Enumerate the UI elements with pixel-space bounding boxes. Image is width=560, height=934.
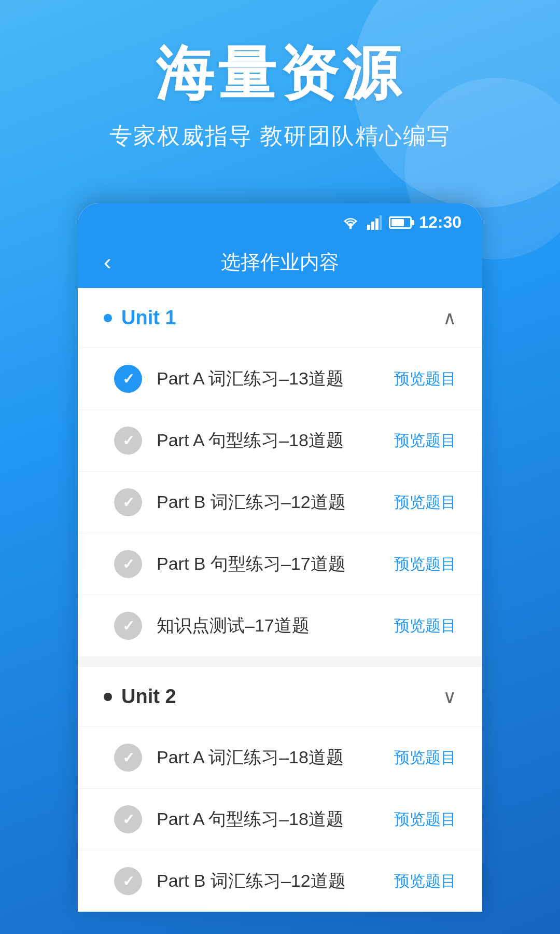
svg-point-0	[349, 226, 352, 229]
phone-mockup: 12:30 ‹ 选择作业内容 Unit 1 ∧ ✓ Part A 词	[78, 203, 482, 912]
content-area: Unit 1 ∧ ✓ Part A 词汇练习–13道题 预览题目 ✓ Part …	[78, 288, 482, 912]
back-button[interactable]: ‹	[104, 251, 111, 273]
hero-subtitle: 专家权威指导 教研团队精心编写	[31, 121, 529, 152]
check-icon-checked[interactable]: ✓	[114, 365, 142, 393]
nav-bar: ‹ 选择作业内容	[78, 238, 482, 288]
list-item: ✓ Part B 词汇练习–12道题 预览题目	[78, 850, 482, 912]
svg-rect-4	[380, 215, 382, 230]
preview-button[interactable]: 预览题目	[394, 747, 456, 768]
exercise-name: 知识点测试–17道题	[157, 614, 380, 638]
check-icon-unchecked[interactable]: ✓	[114, 612, 142, 640]
preview-button[interactable]: 预览题目	[394, 615, 456, 637]
list-item: ✓ Part B 词汇练习–12道题 预览题目	[78, 472, 482, 533]
exercise-name: Part A 句型练习–18道题	[157, 429, 380, 452]
nav-title: 选择作业内容	[221, 249, 339, 276]
unit-1-label: Unit 1	[104, 307, 176, 329]
unit-1-header[interactable]: Unit 1 ∧	[78, 288, 482, 348]
hero-section: 海量资源 专家权威指导 教研团队精心编写	[0, 0, 560, 183]
exercise-name: Part A 词汇练习–18道题	[157, 746, 380, 770]
exercise-name: Part B 词汇练习–12道题	[157, 490, 380, 514]
preview-button[interactable]: 预览题目	[394, 368, 456, 390]
preview-button[interactable]: 预览题目	[394, 809, 456, 830]
check-icon-unchecked[interactable]: ✓	[114, 427, 142, 455]
check-icon-unchecked[interactable]: ✓	[114, 744, 142, 772]
unit-2-section: Unit 2 ∨ ✓ Part A 词汇练习–18道题 预览题目 ✓ Part …	[78, 667, 482, 912]
svg-rect-1	[367, 225, 370, 230]
svg-rect-2	[371, 222, 374, 230]
status-bar: 12:30	[78, 203, 482, 238]
battery-icon	[389, 216, 412, 229]
unit-1-section: Unit 1 ∧ ✓ Part A 词汇练习–13道题 预览题目 ✓ Part …	[78, 288, 482, 656]
unit-1-exercise-list: ✓ Part A 词汇练习–13道题 预览题目 ✓ Part A 句型练习–18…	[78, 348, 482, 656]
status-icons: 12:30	[341, 213, 461, 232]
status-time: 12:30	[419, 213, 461, 232]
unit-2-header[interactable]: Unit 2 ∨	[78, 667, 482, 727]
exercise-name: Part A 词汇练习–13道题	[157, 367, 380, 391]
unit-2-chevron[interactable]: ∨	[443, 686, 456, 708]
signal-icon	[367, 215, 382, 230]
section-divider	[78, 656, 482, 667]
list-item: ✓ Part A 词汇练习–13道题 预览题目	[78, 348, 482, 410]
preview-button[interactable]: 预览题目	[394, 554, 456, 575]
unit-2-exercise-list: ✓ Part A 词汇练习–18道题 预览题目 ✓ Part A 句型练习–18…	[78, 727, 482, 912]
unit-1-dot	[104, 314, 112, 322]
list-item: ✓ Part A 词汇练习–18道题 预览题目	[78, 727, 482, 789]
check-icon-unchecked[interactable]: ✓	[114, 805, 142, 833]
check-icon-unchecked[interactable]: ✓	[114, 550, 142, 578]
hero-title: 海量资源	[31, 42, 529, 105]
unit-1-chevron[interactable]: ∧	[443, 307, 456, 329]
list-item: ✓ Part A 句型练习–18道题 预览题目	[78, 410, 482, 472]
list-item: ✓ Part B 句型练习–17道题 预览题目	[78, 533, 482, 595]
check-icon-unchecked[interactable]: ✓	[114, 488, 142, 516]
wifi-icon	[341, 215, 360, 230]
exercise-name: Part A 句型练习–18道题	[157, 807, 380, 831]
unit-2-dot	[104, 693, 112, 701]
list-item: ✓ 知识点测试–17道题 预览题目	[78, 595, 482, 656]
preview-button[interactable]: 预览题目	[394, 430, 456, 451]
svg-rect-3	[375, 218, 379, 230]
unit-2-label: Unit 2	[104, 685, 176, 708]
preview-button[interactable]: 预览题目	[394, 871, 456, 892]
battery-fill	[391, 219, 404, 226]
exercise-name: Part B 词汇练习–12道题	[157, 869, 380, 893]
check-icon-unchecked[interactable]: ✓	[114, 867, 142, 895]
exercise-name: Part B 句型练习–17道题	[157, 552, 380, 576]
preview-button[interactable]: 预览题目	[394, 492, 456, 513]
list-item: ✓ Part A 句型练习–18道题 预览题目	[78, 789, 482, 850]
